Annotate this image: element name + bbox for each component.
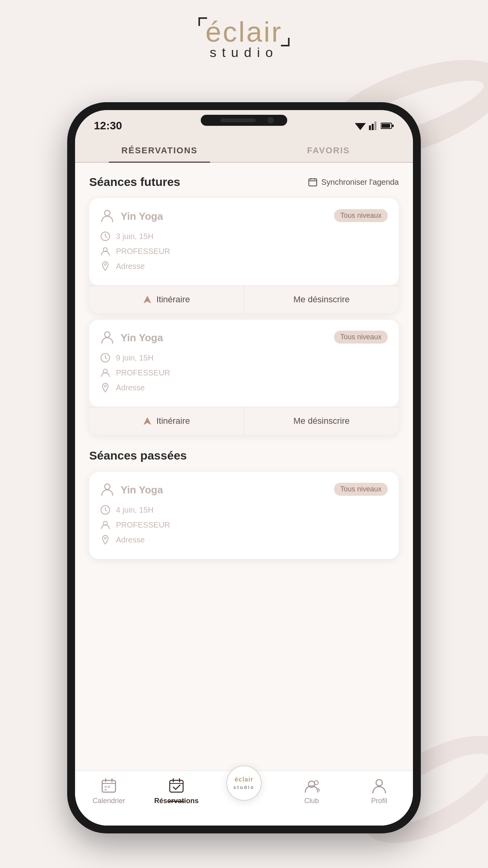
nav-home[interactable]: éclairstudio <box>210 765 278 801</box>
clock-icon-1 <box>100 231 110 241</box>
svg-rect-5 <box>382 124 390 128</box>
session-2-teacher: PROFESSEUR <box>116 368 170 377</box>
club-icon <box>303 777 320 794</box>
past-session-card-1-body: Yin Yoga Tous niveaux 4 juin, 15H <box>89 472 399 559</box>
future-section-title: Séances futures <box>89 175 180 189</box>
svg-marker-15 <box>144 296 151 303</box>
home-circle: éclairstudio <box>226 765 262 801</box>
svg-rect-2 <box>372 124 374 130</box>
phone-notch <box>201 115 287 126</box>
nav-reservations[interactable]: Réservations <box>143 777 210 805</box>
past-session-1-address-row: Adresse <box>100 535 388 545</box>
session-2-name: Yin Yoga <box>121 332 163 344</box>
past-session-1-level: Tous niveaux <box>334 483 388 496</box>
location-icon-past-1 <box>100 535 110 545</box>
sync-label: Synchroniser l'agenda <box>321 178 399 187</box>
session-1-address-row: Adresse <box>100 261 388 271</box>
session-2-itinerary-btn[interactable]: Itinéraire <box>89 407 244 435</box>
session-2-address: Adresse <box>116 383 145 392</box>
phone-speaker <box>220 118 256 122</box>
session-card-2: Yin Yoga Tous niveaux 9 juin, 15H <box>89 320 399 435</box>
future-section-header: Séances futures Synchroniser l'agenda <box>89 175 399 189</box>
unsubscribe-label-1: Me désinscrire <box>294 294 350 305</box>
person-icon-past-1 <box>100 483 114 497</box>
sync-button[interactable]: Synchroniser l'agenda <box>308 177 399 187</box>
session-1-actions: Itinéraire Me désinscrire <box>89 285 399 313</box>
navigate-icon-2 <box>143 417 152 425</box>
tab-favoris[interactable]: FAVORIS <box>244 138 413 162</box>
clock-icon-2 <box>100 353 110 363</box>
nav-club[interactable]: Club <box>278 777 345 805</box>
phone-screen: 12:30 <box>75 110 413 826</box>
past-session-1-name-row: Yin Yoga <box>100 483 163 497</box>
past-section-title: Séances passées <box>89 449 187 462</box>
calendar-icon <box>308 177 317 187</box>
tab-reservations[interactable]: RÉSERVATIONS <box>75 138 244 162</box>
svg-point-16 <box>105 332 110 337</box>
svg-point-37 <box>314 781 318 785</box>
svg-rect-1 <box>369 125 371 130</box>
session-1-itinerary-btn[interactable]: Itinéraire <box>89 286 244 313</box>
unsubscribe-label-2: Me désinscrire <box>294 416 350 426</box>
svg-rect-3 <box>374 121 376 130</box>
clock-icon-past-1 <box>100 505 110 515</box>
session-1-date-row: 3 juin, 15H <box>100 231 388 241</box>
past-session-1-address: Adresse <box>116 535 145 544</box>
session-1-header: Yin Yoga Tous niveaux <box>100 209 388 223</box>
session-1-name: Yin Yoga <box>121 210 163 223</box>
battery-icon <box>381 122 394 129</box>
svg-rect-29 <box>105 786 107 788</box>
reservations-icon <box>168 777 185 794</box>
past-session-card-1: Yin Yoga Tous niveaux 4 juin, 15H <box>89 472 399 559</box>
session-1-date: 3 juin, 15H <box>116 232 154 241</box>
teacher-icon-1 <box>100 246 110 256</box>
svg-rect-31 <box>105 789 107 791</box>
profil-icon <box>371 777 387 794</box>
svg-point-19 <box>105 385 106 387</box>
past-session-1-teacher: PROFESSEUR <box>116 520 170 530</box>
teacher-icon-past-1 <box>100 520 110 530</box>
person-icon-2 <box>100 331 114 345</box>
session-1-unsubscribe-btn[interactable]: Me désinscrire <box>244 286 399 313</box>
club-label: Club <box>304 797 319 805</box>
session-2-address-row: Adresse <box>100 383 388 393</box>
svg-marker-0 <box>355 123 366 130</box>
session-2-name-row: Yin Yoga <box>100 331 163 345</box>
session-1-teacher: PROFESSEUR <box>116 247 170 256</box>
teacher-icon-2 <box>100 368 110 378</box>
session-card-2-body: Yin Yoga Tous niveaux 9 juin, 15H <box>89 320 399 407</box>
svg-rect-30 <box>108 786 110 788</box>
svg-marker-20 <box>144 417 151 425</box>
past-session-1-date-row: 4 juin, 15H <box>100 505 388 515</box>
home-logo: éclairstudio <box>233 776 255 791</box>
tab-header: RÉSERVATIONS FAVORIS <box>75 138 413 163</box>
session-1-address: Adresse <box>116 262 145 271</box>
navigate-icon-1 <box>143 295 152 304</box>
nav-calendrier[interactable]: Calendrier <box>75 777 143 805</box>
nav-active-indicator <box>169 801 184 802</box>
svg-point-11 <box>105 210 110 216</box>
phone-frame: 12:30 <box>67 102 421 833</box>
svg-rect-6 <box>392 125 394 127</box>
status-icons <box>355 121 394 130</box>
svg-point-24 <box>105 537 106 539</box>
svg-rect-32 <box>170 780 183 792</box>
itinerary-label-2: Itinéraire <box>156 416 190 426</box>
session-2-header: Yin Yoga Tous niveaux <box>100 331 388 345</box>
svg-point-14 <box>105 264 106 266</box>
svg-point-38 <box>376 780 382 786</box>
past-session-1-date: 4 juin, 15H <box>116 506 154 515</box>
session-2-date-row: 9 juin, 15H <box>100 353 388 363</box>
past-section-header: Séances passées <box>89 449 399 462</box>
session-card-1-body: Yin Yoga Tous niveaux 3 juin, 15H <box>89 198 399 285</box>
session-2-teacher-row: PROFESSEUR <box>100 368 388 378</box>
nav-profil[interactable]: Profil <box>345 777 413 805</box>
past-session-1-name: Yin Yoga <box>121 484 163 496</box>
svg-point-21 <box>105 484 110 489</box>
session-2-date: 9 juin, 15H <box>116 353 154 362</box>
phone-camera <box>268 117 274 123</box>
wifi-icon <box>355 121 366 130</box>
profil-label: Profil <box>371 797 387 805</box>
session-2-unsubscribe-btn[interactable]: Me désinscrire <box>244 407 399 435</box>
session-2-level: Tous niveaux <box>334 331 388 344</box>
